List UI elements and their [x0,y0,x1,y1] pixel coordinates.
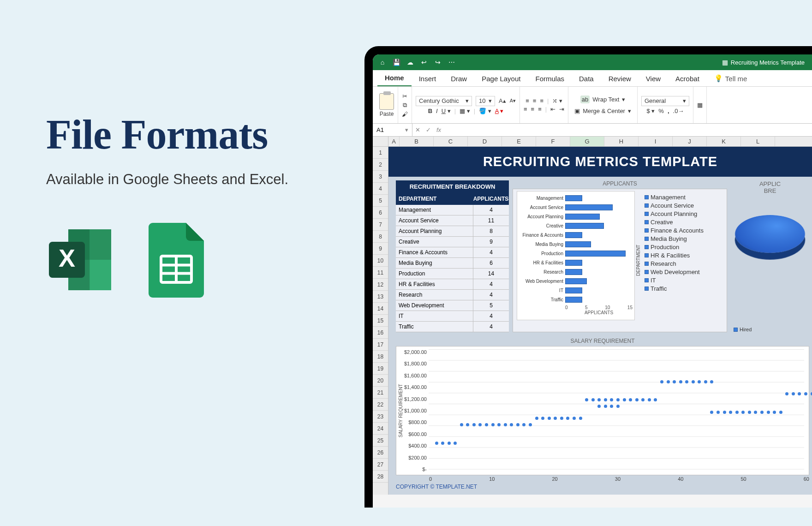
font-color-button[interactable]: A ▾ [495,108,504,114]
column-headers[interactable]: A B C D E F G H I J K L [373,137,812,147]
font-size-select[interactable]: 10▾ [476,96,495,106]
align-right-icon[interactable]: ≡ [538,106,542,113]
col-L[interactable]: L [741,137,775,146]
col-C[interactable]: C [434,137,468,146]
row-header[interactable]: 17 [373,339,388,351]
row-header[interactable]: 24 [373,423,388,435]
align-top-icon[interactable]: ≡ [525,97,529,104]
row-headers[interactable]: 1234567891011121314151617181920212223242… [373,147,388,495]
autosave-icon[interactable]: ☁ [405,57,415,67]
row-header[interactable]: 21 [373,387,388,399]
row-header[interactable]: 14 [373,303,388,315]
cancel-formula-icon[interactable]: ✕ [412,126,423,133]
format-painter-icon[interactable]: 🖌 [402,111,408,118]
row-header[interactable]: 1 [373,147,388,159]
col-H[interactable]: H [604,137,639,146]
row-header[interactable]: 10 [373,255,388,267]
cut-icon[interactable]: ✂ [402,93,407,100]
row-header[interactable]: 25 [373,435,388,447]
wrap-text-button[interactable]: abWrap Text▾ [578,94,628,105]
paste-button[interactable]: Paste [379,93,394,117]
bar-chart-xlabel: APPLICANTS [565,310,633,315]
spreadsheet-canvas[interactable]: RECRUITING METRICS TEMPLATE RECRUITMENT … [388,147,812,495]
col-E[interactable]: E [502,137,536,146]
tab-acrobat[interactable]: Acrobat [668,72,707,86]
indent-decrease-icon[interactable]: ⇤ [550,106,555,113]
lightbulb-icon: 💡 [714,74,723,83]
italic-button[interactable]: I [436,108,438,114]
col-D[interactable]: D [468,137,502,146]
row-header[interactable]: 20 [373,375,388,387]
col-B[interactable]: B [400,137,434,146]
enter-formula-icon[interactable]: ✓ [423,126,434,133]
comma-button[interactable]: , [668,108,669,114]
increase-decimal-button[interactable]: .0→ [673,108,684,114]
col-K[interactable]: K [707,137,741,146]
row-header[interactable]: 26 [373,447,388,459]
align-center-icon[interactable]: ≡ [531,106,535,113]
row-header[interactable]: 16 [373,327,388,339]
tab-review[interactable]: Review [601,72,639,86]
underline-button[interactable]: U ▾ [442,108,451,114]
col-G[interactable]: G [570,137,604,146]
table-row: Account Planning8 [396,226,509,237]
recruitment-table: RECRUITMENT BREAKDOWN DEPARTMENT APPLICA… [396,180,509,332]
home-icon[interactable]: ⌂ [377,57,388,67]
row-header[interactable]: 12 [373,279,388,291]
row-header[interactable]: 13 [373,291,388,303]
tab-data[interactable]: Data [572,72,601,86]
row-header[interactable]: 7 [373,219,388,231]
row-header[interactable]: 27 [373,459,388,471]
row-header[interactable]: 23 [373,411,388,423]
col-F[interactable]: F [536,137,570,146]
row-header[interactable]: 15 [373,315,388,327]
row-header[interactable]: 2 [373,159,388,171]
bar-chart-legend: ManagementAccount ServiceAccount Plannin… [642,191,725,330]
align-bottom-icon[interactable]: ≡ [540,97,543,104]
tab-formulas[interactable]: Formulas [528,72,572,86]
row-header[interactable]: 28 [373,471,388,483]
align-middle-icon[interactable]: ≡ [533,97,537,104]
tab-insert[interactable]: Insert [412,72,444,86]
row-header[interactable]: 18 [373,351,388,363]
fill-color-button[interactable]: 🪣 ▾ [479,108,491,114]
borders-button[interactable]: ▦ ▾ [460,108,470,114]
align-left-icon[interactable]: ≡ [524,106,527,113]
orientation-icon[interactable]: ⤭ ▾ [552,97,562,104]
col-A[interactable]: A [388,137,400,146]
indent-increase-icon[interactable]: ⇥ [559,106,564,113]
currency-button[interactable]: $ ▾ [647,108,655,114]
col-I[interactable]: I [639,137,673,146]
save-icon[interactable]: 💾 [391,57,401,67]
name-box[interactable]: A1▾ [373,124,412,136]
row-header[interactable]: 9 [373,243,388,255]
bold-button[interactable]: B [428,108,432,114]
tell-me-search[interactable]: 💡 Tell me [707,72,755,86]
row-header[interactable]: 11 [373,267,388,279]
increase-font-icon[interactable]: A▴ [499,97,506,104]
salary-chart: SALARY REQUIREMENT $2,000.00$1,800.00$1,… [396,346,809,475]
decrease-font-icon[interactable]: A▾ [510,98,516,104]
more-icon[interactable]: ⋯ [447,57,457,67]
tab-view[interactable]: View [639,72,668,86]
fx-icon[interactable]: fx [434,126,444,133]
merge-center-button[interactable]: ▣Merge & Center▾ [572,106,633,116]
font-family-select[interactable]: Century Gothic▾ [416,96,472,106]
col-J[interactable]: J [673,137,707,146]
tab-page-layout[interactable]: Page Layout [474,72,528,86]
percent-button[interactable]: % [658,108,664,114]
tab-home[interactable]: Home [377,71,412,86]
redo-icon[interactable]: ↪ [433,57,443,67]
number-format-select[interactable]: General▾ [641,96,689,106]
undo-icon[interactable]: ↩ [419,57,429,67]
row-header[interactable]: 5 [373,195,388,207]
conditional-format-icon[interactable]: ▦ [697,102,703,108]
row-header[interactable]: 19 [373,363,388,375]
row-header[interactable]: 6 [373,207,388,219]
row-header[interactable]: 8 [373,231,388,243]
tab-draw[interactable]: Draw [443,72,474,86]
row-header[interactable]: 3 [373,171,388,183]
copy-icon[interactable]: ⧉ [403,102,407,109]
row-header[interactable]: 4 [373,183,388,195]
row-header[interactable]: 22 [373,399,388,411]
